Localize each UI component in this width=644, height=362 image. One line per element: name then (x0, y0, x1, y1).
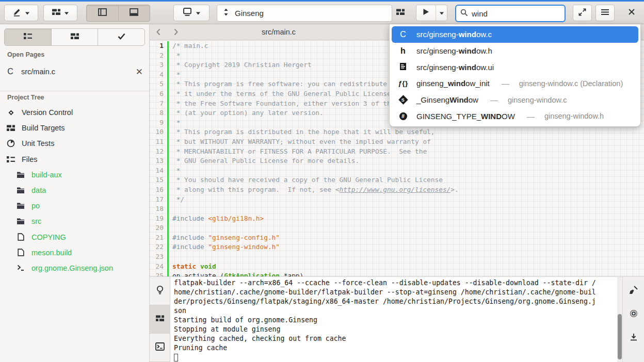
line-number: 10 (150, 127, 167, 137)
line-number: 18 (150, 204, 167, 214)
sidebar-tab-switcher (4, 28, 145, 46)
tree-item-org-gnome-ginseng-json[interactable]: org.gnome.Ginseng.json (0, 260, 149, 276)
line-number: 6 (150, 89, 167, 99)
divider (0, 91, 149, 91)
tab-terminal[interactable] (150, 334, 170, 362)
build-output-terminal[interactable]: flatpak-builder --arch=x86_64 --ccache -… (170, 277, 617, 362)
build-pipeline-button[interactable] (393, 5, 408, 21)
terminal-line: Stopping at module ginseng (174, 325, 617, 334)
folder-icon (16, 202, 25, 209)
close-page-button[interactable]: ✕ (136, 68, 143, 76)
record-icon (630, 309, 638, 320)
tree-item-version-control[interactable]: Version Control (0, 105, 149, 120)
run-button[interactable] (416, 5, 436, 21)
line-number: 9 (150, 118, 167, 128)
tree-item-copying[interactable]: COPYING (0, 229, 149, 245)
line-number: 7 (150, 99, 167, 109)
open-page-item[interactable]: C src/main.c ✕ (0, 63, 149, 80)
code-line: 17 */ (150, 195, 644, 205)
sidebar-tab-todo[interactable] (98, 29, 144, 45)
tree-item-meson-build[interactable]: meson.build (0, 245, 149, 260)
device-selector-button[interactable] (173, 5, 210, 21)
ui-file-icon (399, 62, 407, 72)
search-result-item[interactable]: ƒ{}ginseng_window_init—ginseng-window.c … (390, 75, 640, 92)
fullscreen-button[interactable] (573, 5, 592, 21)
tree-item-data[interactable]: data (0, 183, 149, 198)
folder-icon (16, 171, 25, 178)
function-icon: ƒ{} (398, 79, 408, 87)
code-line: 18 (150, 204, 644, 214)
bottom-panel-icon (130, 8, 138, 18)
toggle-bottom-panel-button[interactable] (118, 5, 150, 21)
terminal-line: Pruning cache (174, 343, 617, 353)
terminal-line (174, 353, 617, 362)
build-dropdown-button[interactable] (43, 5, 77, 21)
tab-messages[interactable] (150, 277, 170, 305)
result-title: GINSENG_TYPE_WINDOW (416, 112, 515, 121)
clear-output-button[interactable] (623, 281, 644, 301)
scrollbar-thumb[interactable] (618, 314, 622, 359)
tab-build-output[interactable] (150, 305, 170, 334)
line-number: 15 (150, 175, 167, 185)
terminal-scrollbar[interactable] (617, 277, 622, 362)
tree-item-build-targets[interactable]: Build Targets (0, 120, 149, 136)
result-title: src/ginseng-window.h (416, 46, 492, 55)
line-number: 16 (150, 185, 167, 195)
code-line: 16 * along with this program. If not, se… (150, 185, 644, 195)
class-icon: S (398, 95, 408, 104)
pen-icon (12, 8, 21, 19)
menu-button[interactable] (595, 5, 615, 21)
tree-item-label: Unit Tests (22, 139, 54, 147)
project-tree-heading: Project Tree (0, 94, 52, 101)
search-input[interactable] (472, 9, 560, 18)
search-result-item[interactable]: #GINSENG_TYPE_WINDOW—ginseng-window.h (390, 108, 640, 124)
edit-mode-dropdown-button[interactable] (4, 5, 38, 21)
chevron-down-icon (64, 11, 69, 15)
sidebar-tab-project[interactable] (5, 29, 51, 45)
tree-item-label: org.gnome.Ginseng.json (31, 264, 113, 272)
line-number: 24 (150, 262, 167, 272)
line-number: 11 (150, 137, 167, 147)
tree-item-files[interactable]: Files (0, 152, 149, 167)
c-file-icon: C (400, 30, 406, 39)
line-number: 3 (150, 60, 167, 70)
close-window-button[interactable] (623, 5, 640, 21)
h-file-icon: h (400, 46, 406, 56)
project-selector[interactable]: Ginseng (217, 5, 392, 22)
line-number: 25 (150, 271, 167, 276)
global-search-field (455, 5, 566, 22)
code-line: 22#include "ginseng-window.h" (150, 242, 644, 252)
save-output-button[interactable] (623, 328, 644, 348)
code-line: 25on_activate (GtkApplication *app) (150, 271, 644, 276)
search-result-item[interactable]: S_GinsengWindow—ginseng-window.c (390, 92, 640, 108)
sidebar-tab-build[interactable] (51, 29, 98, 45)
line-number: 4 (150, 70, 167, 80)
doc-icon (16, 249, 25, 256)
terminal-line: home/christian/.cache/gnome-builder/flat… (174, 288, 617, 297)
editor-file-title: src/main.c (150, 28, 408, 36)
tree-item-unit-tests[interactable]: Unit Tests (0, 136, 149, 151)
open-page-label: src/main.c (21, 68, 129, 76)
record-output-button[interactable] (623, 305, 644, 324)
tree-item-build-aux[interactable]: build-aux (0, 167, 149, 183)
build-bricks-icon (71, 32, 79, 42)
tree-item-src[interactable]: src (0, 213, 149, 229)
line-number: 21 (150, 233, 167, 243)
line-number: 22 (150, 242, 167, 252)
close-icon (628, 8, 635, 18)
line-number: 1 (150, 41, 167, 51)
search-result-item[interactable]: src/ginseng-window.ui (390, 59, 640, 75)
search-result-item[interactable]: hsrc/ginseng-window.h (390, 43, 640, 59)
c-file-icon: C (6, 67, 14, 76)
chevron-down-icon (196, 11, 201, 15)
broom-icon (629, 286, 638, 297)
search-result-item[interactable]: Csrc/ginseng-window.c (392, 26, 638, 43)
line-number: 19 (150, 214, 167, 224)
monitor-icon (183, 8, 192, 18)
tree-item-po[interactable]: po (0, 198, 149, 213)
tree-item-label: po (31, 202, 40, 210)
list-icon (24, 32, 32, 42)
run-options-button[interactable] (436, 5, 447, 21)
search-icon (460, 9, 468, 19)
toggle-left-panel-button[interactable] (87, 5, 118, 21)
